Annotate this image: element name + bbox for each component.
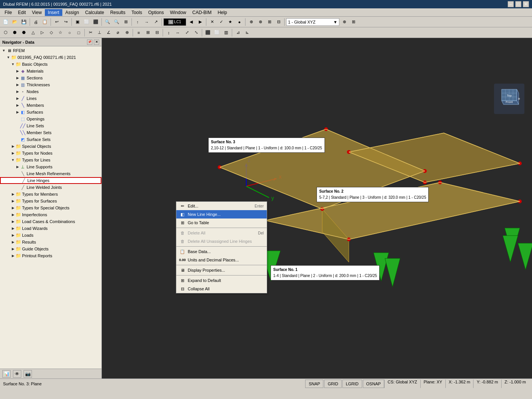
tb-redo[interactable]: ↪	[62, 18, 70, 26]
tree-loads[interactable]: ▶ 📁 Loads	[0, 232, 101, 239]
tb2-13[interactable]: ⌀	[114, 28, 122, 37]
nav-btn-data[interactable]: 📊	[2, 370, 11, 378]
tb-coord-btn[interactable]: ⊕	[340, 18, 348, 26]
tree-types-nodes[interactable]: ▶ 📁 Types for Nodes	[0, 150, 101, 157]
cm-edit[interactable]: ✏ Edit... Enter	[176, 202, 267, 210]
tree-lines[interactable]: ▶ ╱ Lines	[0, 95, 101, 102]
tree-rfem[interactable]: ▼ 🖥 RFEM	[0, 47, 101, 54]
tree-membersets[interactable]: ╲╲ Member Sets	[0, 129, 101, 136]
menu-help[interactable]: Help	[215, 9, 230, 16]
tb-more3[interactable]: ⊞	[265, 18, 274, 26]
tree-types-special[interactable]: ▶ 📁 Types for Special Objects	[0, 204, 101, 211]
cm-display-props[interactable]: 🖥 Display Properties...	[176, 266, 267, 274]
tb2-19[interactable]: ↔	[174, 28, 182, 37]
menu-cadbim[interactable]: CAD-BIM	[189, 9, 215, 16]
tb2-7[interactable]: ☆	[56, 28, 65, 37]
tb2-16[interactable]: ⊞	[144, 28, 152, 37]
tb-undo[interactable]: ↩	[52, 18, 61, 26]
cm-new-line-hinge[interactable]: ◧ New Line Hinge...	[176, 210, 267, 218]
tb-open[interactable]: 📂	[11, 18, 19, 26]
tb2-11[interactable]: ⊥	[95, 28, 104, 37]
tb2-18[interactable]: ↕	[165, 28, 173, 37]
tree-types-surfaces[interactable]: ▶ 📁 Types for Surfaces	[0, 198, 101, 204]
tb-new[interactable]: 📄	[2, 18, 10, 26]
tb-fit[interactable]: ⊞	[122, 18, 130, 26]
minimize-btn[interactable]: ─	[508, 1, 514, 7]
tb2-20[interactable]: ⤢	[183, 28, 191, 37]
menu-view[interactable]: View	[29, 9, 45, 16]
cm-go-to-table[interactable]: ⊞ Go to Table	[176, 218, 267, 227]
tb-save[interactable]: 💾	[20, 18, 28, 26]
tree-surfaces[interactable]: ▶ ◧ Surfaces	[0, 109, 101, 116]
tree-types-members[interactable]: ▶ 📁 Types for Members	[0, 191, 101, 198]
tb-lc-next[interactable]: ▶	[196, 18, 204, 26]
nav-btn-view[interactable]: 👁	[13, 370, 21, 378]
menu-options[interactable]: Options	[145, 9, 167, 16]
tree-materials[interactable]: ▶ ◆ Materials	[0, 68, 101, 74]
tree-openings[interactable]: ⬚ Openings	[0, 116, 101, 122]
menu-tools[interactable]: Tools	[128, 9, 145, 16]
tb-select[interactable]: ▣	[73, 18, 82, 26]
tree-special-objects[interactable]: ▶ 📁 Special Objects	[0, 143, 101, 150]
tree-types-lines[interactable]: ▼ 📁 Types for Lines	[0, 157, 101, 163]
cm-expand[interactable]: ⊞ Expand to Default	[176, 276, 267, 285]
maximize-btn[interactable]: □	[515, 1, 521, 7]
menu-insert[interactable]: Insert	[45, 9, 62, 16]
nav-pin-btn[interactable]: 📌	[87, 40, 92, 45]
tb-star[interactable]: ★	[226, 18, 234, 26]
menu-calculate[interactable]: Calculate	[82, 9, 107, 16]
tree-printout[interactable]: ▶ 📁 Printout Reports	[0, 252, 101, 259]
cm-collapse[interactable]: ⊟ Collapse All	[176, 285, 267, 293]
tb2-6[interactable]: ◇	[47, 28, 55, 37]
tb-coord-btn2[interactable]: ⊞	[349, 18, 358, 26]
tb-dot[interactable]: ●	[235, 18, 244, 26]
cube-navigator[interactable]: Top Front R	[494, 84, 524, 114]
tb-view3[interactable]: ↗	[152, 18, 160, 26]
tb-print[interactable]: 🖨	[32, 18, 40, 26]
tb2-22[interactable]: ⬛	[204, 28, 212, 37]
tree-line-hinges[interactable]: ╱ Line Hinges	[0, 177, 101, 184]
tree-line-mesh[interactable]: ╲ Line Mesh Refinements	[0, 170, 101, 177]
tb-more1[interactable]: ⊕	[247, 18, 255, 26]
tb2-1[interactable]: ⬡	[2, 28, 10, 37]
tree-guide-objects[interactable]: ▶ 📁 Guide Objects	[0, 245, 101, 252]
status-lgrid[interactable]: LGRID	[342, 380, 362, 388]
tree-load-cases[interactable]: ▶ 📁 Load Cases & Combinations	[0, 218, 101, 225]
tb2-21[interactable]: ⤡	[192, 28, 200, 37]
cm-base-data[interactable]: 📋 Base Data...	[176, 247, 267, 256]
tree-sections[interactable]: ▶ ▦ Sections	[0, 74, 101, 81]
tb2-8[interactable]: ○	[65, 28, 74, 37]
viewport[interactable]: LC1 x y z	[102, 38, 532, 378]
tb2-12[interactable]: ∠	[104, 28, 113, 37]
tb2-15[interactable]: ≡	[135, 28, 143, 37]
tree-load-wizards[interactable]: ▶ 📁 Load Wizards	[0, 225, 101, 232]
menu-results[interactable]: Results	[107, 9, 128, 16]
tb-check[interactable]: ✓	[217, 18, 225, 26]
tb2-10[interactable]: ✂	[86, 28, 95, 37]
nav-btn-camera[interactable]: 📷	[24, 370, 32, 378]
menu-assign[interactable]: Assign	[62, 9, 82, 16]
status-snap[interactable]: SNAP	[305, 380, 323, 388]
tb-coord-dropdown[interactable]: 1 - Global XYZ ▼	[286, 18, 339, 26]
tree-linesets[interactable]: ╱╱ Line Sets	[0, 122, 101, 129]
tb2-2[interactable]: ⬢	[11, 28, 19, 37]
tb2-25[interactable]: ⊿	[234, 28, 242, 37]
tb2-26[interactable]: ⊾	[243, 28, 251, 37]
tb2-3[interactable]: ⬣	[20, 28, 28, 37]
tb2-9[interactable]: □	[74, 28, 83, 37]
status-grid[interactable]: GRID	[324, 380, 342, 388]
tb-view1[interactable]: ↑	[133, 18, 142, 26]
tree-basic-objects[interactable]: ▼ 📁 Basic Objects	[0, 61, 101, 68]
tb-x[interactable]: ✕	[208, 18, 216, 26]
tb-more2[interactable]: ⊗	[256, 18, 264, 26]
tb2-17[interactable]: ⊟	[153, 28, 161, 37]
tb-zoom-out[interactable]: 🔍	[112, 18, 121, 26]
tree-project[interactable]: ▼ 📁 001995_FAQ 000271.rf6 | 2021	[0, 54, 101, 61]
tb2-14[interactable]: ⊕	[123, 28, 131, 37]
menu-edit[interactable]: Edit	[15, 9, 29, 16]
tb2-23[interactable]: ⬜	[213, 28, 221, 37]
tree-nodes[interactable]: ▶ • Nodes	[0, 88, 101, 95]
menu-window[interactable]: Window	[167, 9, 189, 16]
tb-more4[interactable]: ⊟	[274, 18, 283, 26]
close-btn[interactable]: ✕	[523, 1, 529, 7]
